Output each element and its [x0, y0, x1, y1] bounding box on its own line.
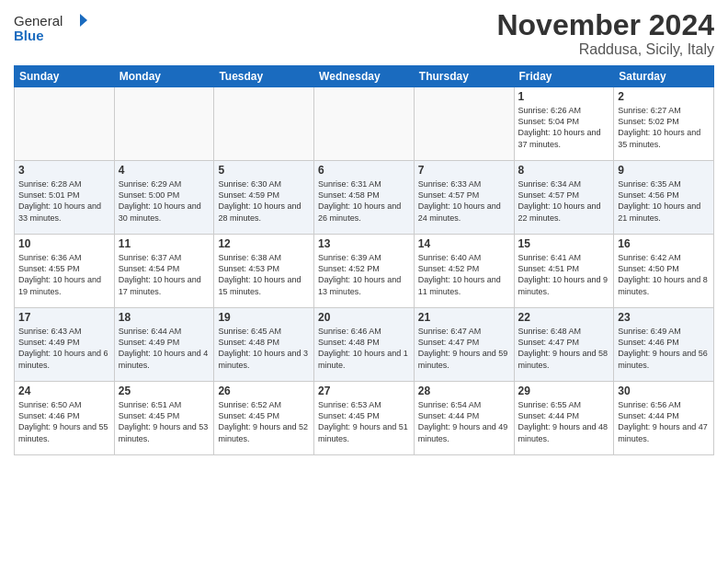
week-row-4: 17Sunrise: 6:43 AM Sunset: 4:49 PM Dayli… [15, 308, 714, 382]
day-cell: 23Sunrise: 6:49 AM Sunset: 4:46 PM Dayli… [614, 308, 714, 382]
day-cell: 9Sunrise: 6:35 AM Sunset: 4:56 PM Daylig… [614, 161, 714, 235]
day-cell: 7Sunrise: 6:33 AM Sunset: 4:57 PM Daylig… [414, 161, 514, 235]
day-cell: 13Sunrise: 6:39 AM Sunset: 4:52 PM Dayli… [314, 235, 415, 308]
day-number: 29 [518, 385, 610, 397]
day-number: 7 [418, 164, 510, 177]
day-number: 26 [218, 385, 310, 397]
day-info: Sunrise: 6:37 AM Sunset: 4:54 PM Dayligh… [119, 252, 210, 297]
day-info: Sunrise: 6:34 AM Sunset: 4:57 PM Dayligh… [518, 178, 610, 224]
day-cell: 27Sunrise: 6:53 AM Sunset: 4:45 PM Dayli… [314, 382, 415, 455]
day-cell: 24Sunrise: 6:50 AM Sunset: 4:46 PM Dayli… [15, 382, 115, 455]
day-number: 11 [119, 237, 210, 250]
day-cell [15, 87, 115, 161]
day-cell: 19Sunrise: 6:45 AM Sunset: 4:48 PM Dayli… [214, 308, 314, 382]
day-number: 6 [318, 164, 410, 177]
day-cell: 1Sunrise: 6:26 AM Sunset: 5:04 PM Daylig… [514, 87, 614, 161]
day-cell: 17Sunrise: 6:43 AM Sunset: 4:49 PM Dayli… [15, 308, 115, 382]
weekday-header-saturday: Saturday [614, 66, 714, 87]
day-cell: 20Sunrise: 6:46 AM Sunset: 4:48 PM Dayli… [314, 308, 415, 382]
day-number: 24 [18, 385, 110, 397]
day-cell: 11Sunrise: 6:37 AM Sunset: 4:54 PM Dayli… [114, 235, 214, 308]
weekday-header-row: SundayMondayTuesdayWednesdayThursdayFrid… [15, 66, 714, 87]
day-number: 5 [218, 164, 310, 177]
day-cell: 6Sunrise: 6:31 AM Sunset: 4:58 PM Daylig… [314, 161, 415, 235]
svg-text:General: General [14, 13, 63, 29]
day-info: Sunrise: 6:50 AM Sunset: 4:46 PM Dayligh… [18, 399, 110, 444]
day-number: 15 [518, 237, 610, 250]
day-info: Sunrise: 6:45 AM Sunset: 4:48 PM Dayligh… [218, 326, 310, 371]
day-cell: 5Sunrise: 6:30 AM Sunset: 4:59 PM Daylig… [214, 161, 314, 235]
weekday-header-monday: Monday [114, 66, 214, 87]
day-number: 9 [618, 164, 710, 177]
weekday-header-thursday: Thursday [414, 66, 514, 87]
day-info: Sunrise: 6:56 AM Sunset: 4:44 PM Dayligh… [618, 399, 710, 444]
day-cell: 12Sunrise: 6:38 AM Sunset: 4:53 PM Dayli… [214, 235, 314, 308]
day-cell: 4Sunrise: 6:29 AM Sunset: 5:00 PM Daylig… [114, 161, 214, 235]
day-number: 25 [119, 385, 210, 397]
day-number: 18 [119, 311, 210, 324]
day-info: Sunrise: 6:42 AM Sunset: 4:50 PM Dayligh… [618, 252, 710, 297]
weekday-header-sunday: Sunday [15, 66, 115, 87]
day-cell: 8Sunrise: 6:34 AM Sunset: 4:57 PM Daylig… [514, 161, 614, 235]
day-info: Sunrise: 6:38 AM Sunset: 4:53 PM Dayligh… [218, 252, 310, 297]
day-cell [214, 87, 314, 161]
day-number: 19 [218, 311, 310, 324]
day-info: Sunrise: 6:55 AM Sunset: 4:44 PM Dayligh… [518, 399, 610, 444]
day-info: Sunrise: 6:39 AM Sunset: 4:52 PM Dayligh… [318, 252, 410, 297]
day-cell: 18Sunrise: 6:44 AM Sunset: 4:49 PM Dayli… [114, 308, 214, 382]
logo-svg: General Blue [14, 9, 87, 51]
day-number: 17 [18, 311, 110, 324]
day-info: Sunrise: 6:46 AM Sunset: 4:48 PM Dayligh… [318, 326, 410, 371]
day-cell: 29Sunrise: 6:55 AM Sunset: 4:44 PM Dayli… [514, 382, 614, 455]
day-cell [414, 87, 514, 161]
weekday-header-tuesday: Tuesday [214, 66, 314, 87]
day-number: 30 [618, 385, 710, 397]
day-cell [314, 87, 415, 161]
day-number: 28 [418, 385, 510, 397]
week-row-1: 1Sunrise: 6:26 AM Sunset: 5:04 PM Daylig… [15, 87, 714, 161]
location: Raddusa, Sicily, Italy [496, 41, 714, 58]
day-number: 27 [318, 385, 410, 397]
day-cell: 3Sunrise: 6:28 AM Sunset: 5:01 PM Daylig… [15, 161, 115, 235]
day-number: 22 [518, 311, 610, 324]
day-cell [114, 87, 214, 161]
day-number: 12 [218, 237, 310, 250]
day-cell: 25Sunrise: 6:51 AM Sunset: 4:45 PM Dayli… [114, 382, 214, 455]
day-number: 3 [18, 164, 110, 177]
day-cell: 21Sunrise: 6:47 AM Sunset: 4:47 PM Dayli… [414, 308, 514, 382]
day-info: Sunrise: 6:29 AM Sunset: 5:00 PM Dayligh… [119, 178, 210, 224]
day-number: 21 [418, 311, 510, 324]
day-number: 4 [119, 164, 210, 177]
day-info: Sunrise: 6:40 AM Sunset: 4:52 PM Dayligh… [418, 252, 510, 297]
day-cell: 28Sunrise: 6:54 AM Sunset: 4:44 PM Dayli… [414, 382, 514, 455]
day-number: 2 [618, 90, 710, 103]
svg-text:Blue: Blue [14, 28, 44, 43]
day-info: Sunrise: 6:33 AM Sunset: 4:57 PM Dayligh… [418, 178, 510, 224]
day-cell: 15Sunrise: 6:41 AM Sunset: 4:51 PM Dayli… [514, 235, 614, 308]
day-info: Sunrise: 6:30 AM Sunset: 4:59 PM Dayligh… [218, 178, 310, 224]
day-cell: 22Sunrise: 6:48 AM Sunset: 4:47 PM Dayli… [514, 308, 614, 382]
day-number: 10 [18, 237, 110, 250]
day-cell: 14Sunrise: 6:40 AM Sunset: 4:52 PM Dayli… [414, 235, 514, 308]
weekday-header-friday: Friday [514, 66, 614, 87]
day-info: Sunrise: 6:26 AM Sunset: 5:04 PM Dayligh… [518, 105, 610, 150]
week-row-5: 24Sunrise: 6:50 AM Sunset: 4:46 PM Dayli… [15, 382, 714, 455]
weekday-header-wednesday: Wednesday [314, 66, 415, 87]
day-info: Sunrise: 6:51 AM Sunset: 4:45 PM Dayligh… [119, 399, 210, 444]
svg-marker-2 [80, 14, 87, 27]
day-info: Sunrise: 6:35 AM Sunset: 4:56 PM Dayligh… [618, 178, 710, 224]
day-number: 1 [518, 90, 610, 103]
day-info: Sunrise: 6:27 AM Sunset: 5:02 PM Dayligh… [618, 105, 710, 150]
day-info: Sunrise: 6:52 AM Sunset: 4:45 PM Dayligh… [218, 399, 310, 444]
week-row-3: 10Sunrise: 6:36 AM Sunset: 4:55 PM Dayli… [15, 235, 714, 308]
day-info: Sunrise: 6:48 AM Sunset: 4:47 PM Dayligh… [518, 326, 610, 371]
day-number: 8 [518, 164, 610, 177]
week-row-2: 3Sunrise: 6:28 AM Sunset: 5:01 PM Daylig… [15, 161, 714, 235]
day-cell: 16Sunrise: 6:42 AM Sunset: 4:50 PM Dayli… [614, 235, 714, 308]
day-number: 16 [618, 237, 710, 250]
day-cell: 10Sunrise: 6:36 AM Sunset: 4:55 PM Dayli… [15, 235, 115, 308]
day-info: Sunrise: 6:43 AM Sunset: 4:49 PM Dayligh… [18, 326, 110, 371]
day-info: Sunrise: 6:54 AM Sunset: 4:44 PM Dayligh… [418, 399, 510, 444]
logo: General Blue [14, 9, 87, 51]
day-info: Sunrise: 6:31 AM Sunset: 4:58 PM Dayligh… [318, 178, 410, 224]
